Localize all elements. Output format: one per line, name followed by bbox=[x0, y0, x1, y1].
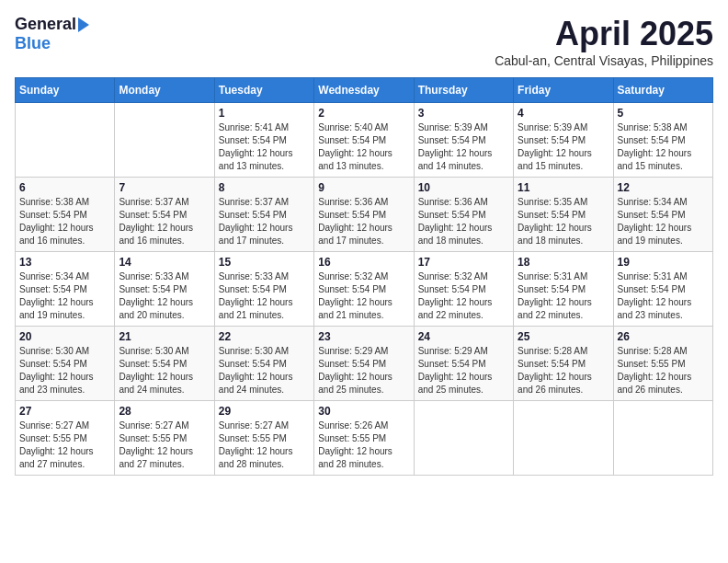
day-cell: 8 Sunrise: 5:37 AMSunset: 5:54 PMDayligh… bbox=[214, 178, 313, 252]
day-cell: 6 Sunrise: 5:38 AMSunset: 5:54 PMDayligh… bbox=[16, 178, 115, 252]
day-info: Sunrise: 5:36 AMSunset: 5:54 PMDaylight:… bbox=[318, 196, 409, 247]
day-cell: 10 Sunrise: 5:36 AMSunset: 5:54 PMDaylig… bbox=[414, 178, 513, 252]
week-row-3: 20 Sunrise: 5:30 AMSunset: 5:54 PMDaylig… bbox=[16, 327, 713, 401]
day-info: Sunrise: 5:37 AMSunset: 5:54 PMDaylight:… bbox=[119, 196, 210, 247]
day-info: Sunrise: 5:29 AMSunset: 5:54 PMDaylight:… bbox=[418, 345, 509, 396]
day-number: 25 bbox=[518, 330, 609, 343]
day-cell: 16 Sunrise: 5:32 AMSunset: 5:54 PMDaylig… bbox=[314, 252, 414, 327]
day-info: Sunrise: 5:36 AMSunset: 5:54 PMDaylight:… bbox=[418, 196, 509, 247]
day-number: 26 bbox=[618, 330, 709, 343]
day-info: Sunrise: 5:28 AMSunset: 5:54 PMDaylight:… bbox=[518, 345, 609, 396]
day-info: Sunrise: 5:35 AMSunset: 5:54 PMDaylight:… bbox=[518, 196, 609, 247]
day-cell: 21 Sunrise: 5:30 AMSunset: 5:54 PMDaylig… bbox=[115, 327, 214, 401]
day-cell: 14 Sunrise: 5:33 AMSunset: 5:54 PMDaylig… bbox=[115, 252, 214, 327]
day-number: 13 bbox=[19, 256, 110, 269]
day-info: Sunrise: 5:37 AMSunset: 5:54 PMDaylight:… bbox=[219, 196, 310, 247]
day-info: Sunrise: 5:30 AMSunset: 5:54 PMDaylight:… bbox=[19, 345, 110, 396]
day-cell bbox=[613, 401, 712, 476]
day-number: 20 bbox=[19, 330, 110, 343]
day-cell: 27 Sunrise: 5:27 AMSunset: 5:55 PMDaylig… bbox=[16, 401, 115, 476]
day-info: Sunrise: 5:29 AMSunset: 5:54 PMDaylight:… bbox=[318, 345, 409, 396]
day-info: Sunrise: 5:32 AMSunset: 5:54 PMDaylight:… bbox=[418, 270, 509, 322]
month-title: April 2025 bbox=[495, 15, 713, 53]
col-header-saturday: Saturday bbox=[613, 78, 712, 103]
day-cell bbox=[514, 401, 613, 476]
day-number: 22 bbox=[219, 330, 310, 343]
day-cell bbox=[414, 401, 513, 476]
day-info: Sunrise: 5:33 AMSunset: 5:54 PMDaylight:… bbox=[119, 270, 210, 322]
day-cell: 7 Sunrise: 5:37 AMSunset: 5:54 PMDayligh… bbox=[115, 178, 214, 252]
day-cell: 5 Sunrise: 5:38 AMSunset: 5:54 PMDayligh… bbox=[613, 103, 712, 178]
col-header-monday: Monday bbox=[115, 78, 214, 103]
day-info: Sunrise: 5:31 AMSunset: 5:54 PMDaylight:… bbox=[618, 270, 709, 322]
day-cell: 4 Sunrise: 5:39 AMSunset: 5:54 PMDayligh… bbox=[514, 103, 613, 178]
day-info: Sunrise: 5:38 AMSunset: 5:54 PMDaylight:… bbox=[618, 121, 709, 173]
day-number: 9 bbox=[318, 181, 409, 194]
col-header-friday: Friday bbox=[514, 78, 613, 103]
day-cell: 23 Sunrise: 5:29 AMSunset: 5:54 PMDaylig… bbox=[314, 327, 414, 401]
calendar-header-row: SundayMondayTuesdayWednesdayThursdayFrid… bbox=[16, 78, 713, 103]
day-number: 28 bbox=[119, 405, 210, 418]
day-number: 16 bbox=[318, 256, 409, 269]
day-info: Sunrise: 5:31 AMSunset: 5:54 PMDaylight:… bbox=[518, 270, 609, 322]
header: General Blue April 2025 Cabul-an, Centra… bbox=[15, 15, 713, 68]
day-cell: 22 Sunrise: 5:30 AMSunset: 5:54 PMDaylig… bbox=[214, 327, 313, 401]
day-number: 5 bbox=[618, 107, 709, 120]
day-cell: 12 Sunrise: 5:34 AMSunset: 5:54 PMDaylig… bbox=[613, 178, 712, 252]
day-number: 3 bbox=[418, 107, 509, 120]
week-row-4: 27 Sunrise: 5:27 AMSunset: 5:55 PMDaylig… bbox=[16, 401, 713, 476]
day-number: 19 bbox=[618, 256, 709, 269]
day-number: 24 bbox=[418, 330, 509, 343]
day-number: 23 bbox=[318, 330, 409, 343]
day-number: 8 bbox=[219, 181, 310, 194]
day-info: Sunrise: 5:28 AMSunset: 5:55 PMDaylight:… bbox=[618, 345, 709, 396]
week-row-2: 13 Sunrise: 5:34 AMSunset: 5:54 PMDaylig… bbox=[16, 252, 713, 327]
day-cell: 17 Sunrise: 5:32 AMSunset: 5:54 PMDaylig… bbox=[414, 252, 513, 327]
day-number: 21 bbox=[119, 330, 210, 343]
location-title: Cabul-an, Central Visayas, Philippines bbox=[495, 53, 713, 68]
day-number: 10 bbox=[418, 181, 509, 194]
day-number: 12 bbox=[618, 181, 709, 194]
week-row-0: 1 Sunrise: 5:41 AMSunset: 5:54 PMDayligh… bbox=[16, 103, 713, 178]
day-number: 4 bbox=[518, 107, 609, 120]
day-cell: 30 Sunrise: 5:26 AMSunset: 5:55 PMDaylig… bbox=[314, 401, 414, 476]
day-cell: 20 Sunrise: 5:30 AMSunset: 5:54 PMDaylig… bbox=[16, 327, 115, 401]
day-number: 27 bbox=[19, 405, 110, 418]
day-cell: 1 Sunrise: 5:41 AMSunset: 5:54 PMDayligh… bbox=[214, 103, 313, 178]
day-info: Sunrise: 5:33 AMSunset: 5:54 PMDaylight:… bbox=[219, 270, 310, 322]
day-cell: 18 Sunrise: 5:31 AMSunset: 5:54 PMDaylig… bbox=[514, 252, 613, 327]
day-cell: 2 Sunrise: 5:40 AMSunset: 5:54 PMDayligh… bbox=[314, 103, 414, 178]
day-cell: 29 Sunrise: 5:27 AMSunset: 5:55 PMDaylig… bbox=[214, 401, 313, 476]
day-number: 29 bbox=[219, 405, 310, 418]
day-cell: 3 Sunrise: 5:39 AMSunset: 5:54 PMDayligh… bbox=[414, 103, 513, 178]
day-info: Sunrise: 5:27 AMSunset: 5:55 PMDaylight:… bbox=[119, 419, 210, 471]
day-cell: 25 Sunrise: 5:28 AMSunset: 5:54 PMDaylig… bbox=[514, 327, 613, 401]
day-cell: 24 Sunrise: 5:29 AMSunset: 5:54 PMDaylig… bbox=[414, 327, 513, 401]
day-number: 2 bbox=[318, 107, 409, 120]
col-header-wednesday: Wednesday bbox=[314, 78, 414, 103]
day-cell: 26 Sunrise: 5:28 AMSunset: 5:55 PMDaylig… bbox=[613, 327, 712, 401]
day-info: Sunrise: 5:32 AMSunset: 5:54 PMDaylight:… bbox=[318, 270, 409, 322]
logo-general-text: General bbox=[15, 15, 76, 34]
day-info: Sunrise: 5:39 AMSunset: 5:54 PMDaylight:… bbox=[518, 121, 609, 173]
day-info: Sunrise: 5:41 AMSunset: 5:54 PMDaylight:… bbox=[219, 121, 310, 173]
day-cell: 13 Sunrise: 5:34 AMSunset: 5:54 PMDaylig… bbox=[16, 252, 115, 327]
logo: General Blue bbox=[15, 15, 89, 53]
day-number: 7 bbox=[119, 181, 210, 194]
day-info: Sunrise: 5:30 AMSunset: 5:54 PMDaylight:… bbox=[219, 345, 310, 396]
day-cell: 15 Sunrise: 5:33 AMSunset: 5:54 PMDaylig… bbox=[214, 252, 313, 327]
day-number: 15 bbox=[219, 256, 310, 269]
day-info: Sunrise: 5:34 AMSunset: 5:54 PMDaylight:… bbox=[19, 270, 110, 322]
col-header-sunday: Sunday bbox=[16, 78, 115, 103]
day-number: 1 bbox=[219, 107, 310, 120]
calendar-table: SundayMondayTuesdayWednesdayThursdayFrid… bbox=[15, 77, 713, 476]
week-row-1: 6 Sunrise: 5:38 AMSunset: 5:54 PMDayligh… bbox=[16, 178, 713, 252]
day-info: Sunrise: 5:40 AMSunset: 5:54 PMDaylight:… bbox=[318, 121, 409, 173]
day-cell: 19 Sunrise: 5:31 AMSunset: 5:54 PMDaylig… bbox=[613, 252, 712, 327]
day-info: Sunrise: 5:38 AMSunset: 5:54 PMDaylight:… bbox=[19, 196, 110, 247]
day-number: 11 bbox=[518, 181, 609, 194]
title-area: April 2025 Cabul-an, Central Visayas, Ph… bbox=[495, 15, 713, 68]
day-cell: 11 Sunrise: 5:35 AMSunset: 5:54 PMDaylig… bbox=[514, 178, 613, 252]
day-info: Sunrise: 5:39 AMSunset: 5:54 PMDaylight:… bbox=[418, 121, 509, 173]
day-number: 14 bbox=[119, 256, 210, 269]
